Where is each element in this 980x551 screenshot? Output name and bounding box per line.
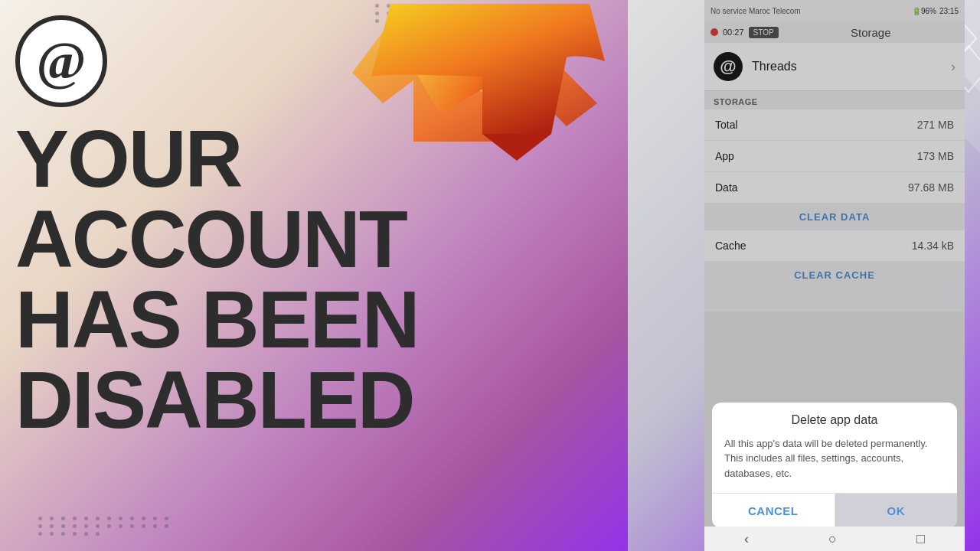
- navigation-bar: ‹ ○ □: [704, 527, 965, 551]
- dots-decoration-bottom: [38, 517, 172, 536]
- threads-logo-char: @: [36, 34, 86, 88]
- cancel-button[interactable]: CANCEL: [712, 494, 835, 528]
- left-panel: @ YOUR ACCOUNT HAS BEEN DISABLED: [0, 0, 628, 551]
- ok-button[interactable]: OK: [835, 494, 958, 528]
- back-icon[interactable]: ‹: [744, 531, 749, 547]
- main-text-line3: HAS BEEN: [15, 279, 590, 360]
- main-text: YOUR ACCOUNT HAS BEEN DISABLED: [15, 119, 590, 440]
- threads-logo: @: [15, 15, 107, 107]
- home-icon[interactable]: ○: [828, 531, 837, 547]
- recents-icon[interactable]: □: [916, 531, 925, 547]
- arrow-main: [368, 0, 628, 161]
- dialog-body: All this app's data will be deleted perm…: [712, 433, 957, 494]
- main-text-line2: ACCOUNT: [15, 199, 590, 279]
- dialog-title: Delete app data: [712, 403, 957, 433]
- phone-screen: No service Maroc Telecom 🔋96% 23:15 00:2…: [704, 0, 965, 551]
- dialog-overlay: Delete app data All this app's data will…: [704, 0, 965, 551]
- svg-marker-4: [482, 134, 551, 161]
- delete-app-data-dialog: Delete app data All this app's data will…: [712, 403, 957, 529]
- main-text-line4: DISABLED: [15, 360, 590, 440]
- dialog-buttons: CANCEL OK: [712, 493, 957, 528]
